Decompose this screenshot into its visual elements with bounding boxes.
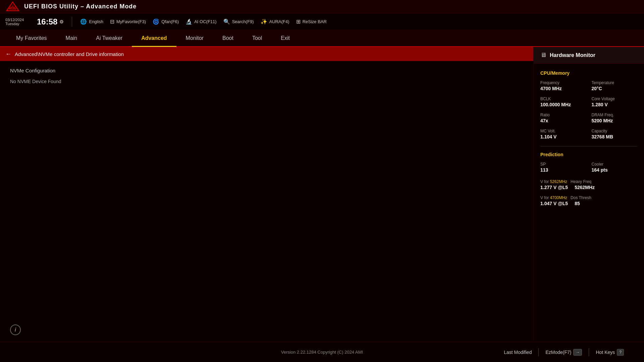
day-display: Tuesday bbox=[5, 22, 29, 26]
logo-container: ROG UEFI BIOS Utility – Advanced Mode bbox=[5, 1, 137, 12]
hw-bclk-metric: BCLK 100.0000 MHz bbox=[540, 97, 586, 107]
hw-temperature-metric: Temperature 20°C bbox=[592, 80, 638, 91]
nvme-message: No NVME Device Found bbox=[10, 77, 523, 85]
hw-core-voltage-value: 1.280 V bbox=[592, 102, 638, 107]
language-btn[interactable]: 🌐 English bbox=[80, 18, 103, 25]
nav-ai-tweaker-label: Ai Tweaker bbox=[96, 35, 122, 41]
hw-sp-metric: SP 113 bbox=[540, 162, 586, 173]
date-display: 03/12/2024 bbox=[5, 18, 29, 22]
hw-bclk-label: BCLK bbox=[540, 97, 586, 101]
sidebar-item-main[interactable]: Main bbox=[56, 30, 87, 47]
hw-4700-dos-label: Dos Thresh bbox=[571, 195, 591, 200]
globe-icon: 🌐 bbox=[80, 18, 87, 25]
hw-temperature-value: 20°C bbox=[592, 86, 638, 91]
hw-5262-prediction: V for 5262MHz Heavy Freq 1.277 V @L5 526… bbox=[540, 179, 637, 190]
hw-core-voltage-label: Core Voltage bbox=[592, 97, 638, 101]
hw-cooler-value: 164 pts bbox=[592, 167, 638, 173]
nav-advanced-label: Advanced bbox=[141, 35, 167, 41]
topbar-divider-1 bbox=[72, 17, 72, 27]
aura-btn[interactable]: ✨ AURA(F4) bbox=[261, 18, 289, 25]
svg-text:ROG: ROG bbox=[9, 6, 17, 10]
hw-5262-values: 1.277 V @L5 5262MHz bbox=[540, 185, 637, 190]
hotkeys-label: Hot Keys bbox=[596, 350, 615, 355]
sidebar-item-tool[interactable]: Tool bbox=[243, 30, 271, 47]
hotkeys-btn[interactable]: Hot Keys ? bbox=[589, 346, 631, 358]
hw-temperature-label: Temperature bbox=[592, 80, 638, 85]
hw-prediction-title: Prediction bbox=[540, 152, 637, 157]
breadcrumb: ← Advanced\NVMe controller and Drive inf… bbox=[0, 47, 533, 61]
nav-boot-label: Boot bbox=[222, 35, 233, 41]
hw-dram-freq-label: DRAM Freq. bbox=[592, 113, 638, 117]
monitor-icon: 🖥 bbox=[540, 52, 546, 59]
nav-bar: My Favorites Main Ai Tweaker Advanced Mo… bbox=[0, 30, 644, 47]
resizebar-label: ReSize BAR bbox=[303, 19, 327, 24]
hw-cpu-memory-grid: Frequency 4700 MHz Temperature 20°C BCLK… bbox=[540, 80, 637, 139]
footer-version: Version 2.22.1284 Copyright (C) 2024 AMI bbox=[219, 350, 425, 355]
nav-main-label: Main bbox=[66, 35, 77, 41]
search-icon: 🔍 bbox=[223, 18, 230, 25]
aioc-btn[interactable]: 🔬 AI OC(F11) bbox=[185, 18, 216, 25]
hw-divider bbox=[540, 146, 637, 146]
hw-4700-freq: 4700MHz bbox=[550, 195, 567, 200]
search-btn[interactable]: 🔍 Search(F9) bbox=[223, 18, 254, 25]
myfavorite-btn[interactable]: ⊟ MyFavorite(F3) bbox=[110, 18, 146, 25]
hw-sp-label: SP bbox=[540, 162, 586, 167]
search-label: Search(F9) bbox=[232, 19, 254, 24]
aura-icon: ✨ bbox=[261, 18, 267, 25]
nav-monitor-label: Monitor bbox=[186, 35, 204, 41]
qfan-btn[interactable]: 🌀 Qfan(F6) bbox=[153, 18, 179, 25]
sidebar-item-ai-tweaker[interactable]: Ai Tweaker bbox=[87, 30, 132, 47]
info-icon[interactable]: i bbox=[10, 324, 21, 335]
hw-dram-freq-value: 5200 MHz bbox=[592, 118, 638, 123]
hw-monitor-header: 🖥 Hardware Monitor bbox=[534, 47, 644, 64]
hw-frequency-label: Frequency bbox=[540, 80, 586, 85]
resizebar-btn[interactable]: ⊞ ReSize BAR bbox=[296, 18, 327, 25]
hw-5262-heavy-value: 5262MHz bbox=[575, 185, 595, 190]
hw-4700-label: V for 4700MHz Dos Thresh bbox=[540, 195, 637, 200]
app-title: UEFI BIOS Utility – Advanced Mode bbox=[24, 3, 137, 10]
hw-frequency-value: 4700 MHz bbox=[540, 86, 586, 91]
ezmode-label: EzMode(F7) bbox=[545, 350, 571, 355]
ezmode-btn[interactable]: EzMode(F7) → bbox=[539, 346, 589, 358]
hw-prediction-sp-cooler-grid: SP 113 Cooler 164 pts bbox=[540, 162, 637, 173]
resizebar-icon: ⊞ bbox=[296, 18, 301, 25]
sidebar-item-monitor[interactable]: Monitor bbox=[176, 30, 213, 47]
hw-cooler-metric: Cooler 164 pts bbox=[592, 162, 638, 173]
datetime-section: 03/12/2024 Tuesday bbox=[5, 18, 29, 26]
myfavorite-label: MyFavorite(F3) bbox=[116, 19, 146, 24]
hw-5262-freq: 5262MHz bbox=[550, 179, 567, 184]
content-body: NVMe Configuration No NVME Device Found bbox=[0, 61, 533, 318]
topbar: 03/12/2024 Tuesday 16:58 ⚙ 🌐 English ⊟ M… bbox=[0, 13, 644, 30]
hw-mc-volt-metric: MC Volt. 1.104 V bbox=[540, 129, 586, 139]
hw-core-voltage-metric: Core Voltage 1.280 V bbox=[592, 97, 638, 107]
footer: Version 2.22.1284 Copyright (C) 2024 AMI… bbox=[0, 342, 644, 362]
rog-logo: ROG bbox=[5, 1, 20, 12]
sidebar-item-my-favorites[interactable]: My Favorites bbox=[7, 30, 56, 47]
sidebar-item-boot[interactable]: Boot bbox=[213, 30, 243, 47]
gear-icon[interactable]: ⚙ bbox=[59, 19, 64, 24]
hw-frequency-metric: Frequency 4700 MHz bbox=[540, 80, 586, 91]
hw-capacity-value: 32768 MB bbox=[592, 134, 638, 139]
language-label: English bbox=[89, 19, 103, 24]
oc-icon: 🔬 bbox=[185, 18, 192, 25]
sidebar-item-advanced[interactable]: Advanced bbox=[132, 30, 176, 47]
hotkeys-question-icon: ? bbox=[617, 349, 624, 356]
time-value: 16:58 bbox=[37, 17, 57, 26]
nav-my-favorites-label: My Favorites bbox=[16, 35, 47, 41]
footer-right: Last Modified EzMode(F7) → Hot Keys ? bbox=[425, 346, 631, 358]
last-modified-btn[interactable]: Last Modified bbox=[497, 347, 538, 358]
nav-tool-label: Tool bbox=[252, 35, 262, 41]
hw-mc-volt-value: 1.104 V bbox=[540, 134, 586, 139]
hw-mc-volt-label: MC Volt. bbox=[540, 129, 586, 133]
sidebar-item-exit[interactable]: Exit bbox=[271, 30, 299, 47]
hw-capacity-label: Capacity bbox=[592, 129, 638, 133]
qfan-label: Qfan(F6) bbox=[161, 19, 179, 24]
info-icon-container: i bbox=[0, 318, 533, 342]
hw-monitor-title: Hardware Monitor bbox=[550, 52, 595, 58]
hw-capacity-metric: Capacity 32768 MB bbox=[592, 129, 638, 139]
hw-monitor-body: CPU/Memory Frequency 4700 MHz Temperatur… bbox=[534, 64, 644, 342]
hw-4700-values: 1.047 V @L5 85 bbox=[540, 201, 637, 206]
content-area: ← Advanced\NVMe controller and Drive inf… bbox=[0, 47, 533, 342]
back-arrow-icon[interactable]: ← bbox=[5, 51, 11, 58]
hw-4700-voltage: 1.047 V @L5 bbox=[540, 201, 568, 206]
